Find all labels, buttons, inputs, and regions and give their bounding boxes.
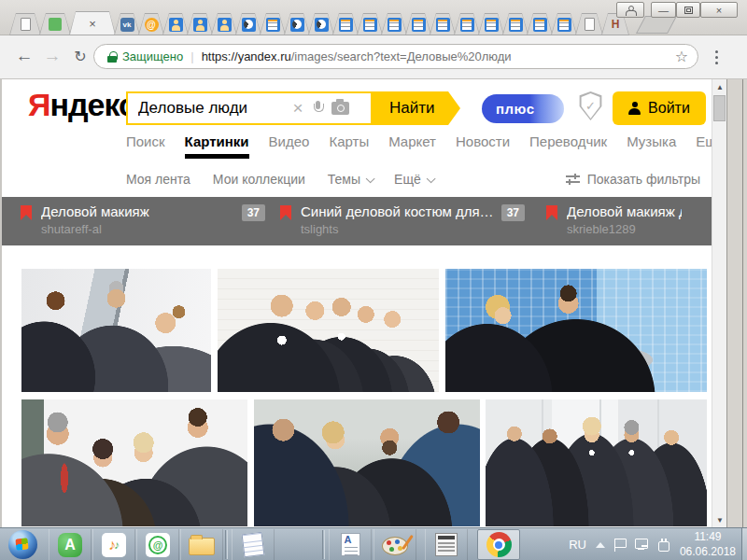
tab-globe[interactable] [284, 13, 310, 35]
subnav-Моя лента[interactable]: Моя лента [126, 172, 190, 187]
clock[interactable]: 11:49 06.06.2018 [680, 530, 743, 559]
news-reader-taskbar-button[interactable] [425, 529, 468, 560]
tab-Карты[interactable]: Карты [329, 133, 369, 159]
page-scrollbar[interactable]: ▲ ▼ [712, 79, 726, 527]
network-icon[interactable] [635, 539, 649, 551]
tab-news[interactable] [260, 13, 286, 35]
image-search-icon[interactable] [331, 102, 349, 115]
address-bar[interactable]: Защищено | https://yandex.ru/images/sear… [93, 44, 698, 69]
bookmark-star-icon[interactable]: ☆ [675, 48, 688, 65]
collections-strip: Деловой макияжshutareff-al37Синий делово… [2, 197, 712, 245]
tab-page[interactable] [9, 13, 41, 35]
scroll-up-arrow[interactable]: ▲ [712, 79, 727, 94]
tab-news[interactable] [357, 13, 383, 35]
subnav-Темы[interactable]: Темы [328, 172, 372, 187]
subnav-Ещё[interactable]: Ещё [394, 172, 432, 187]
show-filters-button[interactable]: Показать фильтры [566, 172, 700, 187]
tab-inner: × [70, 12, 115, 35]
tab-person[interactable] [187, 13, 213, 35]
hidden-icons-arrow[interactable] [596, 542, 605, 548]
forward-button[interactable]: → [39, 43, 65, 69]
notepad-taskbar-button[interactable] [232, 529, 275, 560]
protect-shield-icon[interactable]: ✓ [578, 91, 603, 120]
action-center-flag-icon[interactable] [614, 539, 626, 552]
tab-news[interactable] [332, 13, 359, 35]
tab-Видео[interactable]: Видео [269, 133, 310, 159]
reload-button[interactable]: ↻ [67, 43, 93, 69]
url-host: https://yandex.ru [202, 49, 291, 63]
back-button[interactable]: ← [11, 43, 37, 69]
tab-person[interactable] [162, 13, 189, 35]
explorer-taskbar-button[interactable] [180, 529, 223, 560]
tab-mailru[interactable]: @ [138, 13, 164, 35]
image-result[interactable] [21, 399, 247, 526]
tab-green[interactable] [39, 13, 71, 35]
yandex-logo[interactable]: Яндекс [28, 87, 135, 123]
tab-Переводчик[interactable]: Переводчик [529, 133, 607, 159]
tab-news[interactable] [551, 13, 577, 35]
subnav-Мои коллекции[interactable]: Мои коллекции [213, 172, 305, 187]
tab-person[interactable] [211, 13, 237, 35]
tab-news[interactable] [381, 13, 407, 35]
tab-Маркет[interactable]: Маркет [388, 133, 436, 159]
tab-news[interactable] [405, 13, 431, 35]
tab-vk[interactable]: vk [114, 13, 140, 35]
tab-Новости[interactable]: Новости [456, 133, 510, 159]
scroll-down-arrow[interactable]: ▼ [712, 512, 727, 527]
tab-inner [261, 14, 285, 35]
tab-active[interactable]: × [69, 11, 116, 35]
maximize-button[interactable] [676, 2, 700, 18]
start-button[interactable] [7, 529, 38, 560]
new-tab-button[interactable] [636, 16, 677, 34]
tab-globe[interactable] [235, 13, 261, 35]
tab-news[interactable] [430, 13, 456, 35]
image-result[interactable] [254, 399, 480, 526]
image-result[interactable] [445, 269, 707, 392]
tab-inner [406, 14, 430, 35]
clear-search-icon[interactable]: × [287, 98, 309, 119]
collection-author: skrieble1289 [567, 222, 636, 236]
power-plug-icon[interactable] [658, 539, 670, 551]
chrome-icon [486, 532, 512, 557]
tab-globe[interactable] [308, 13, 334, 35]
language-indicator[interactable]: RU [569, 538, 586, 552]
tab-news[interactable] [527, 13, 553, 35]
scrollbar-thumb[interactable] [713, 95, 726, 121]
minimize-button[interactable]: — [651, 2, 676, 18]
music-app-taskbar-button[interactable]: ♪♪ [92, 529, 135, 560]
collection-card[interactable]: Синий деловой костюм для…tslights37 [280, 203, 525, 241]
tab-news[interactable] [502, 13, 529, 35]
tab-Ещё[interactable]: Ещё [696, 133, 712, 159]
show-desktop-button[interactable] [741, 528, 747, 560]
tab-Поиск[interactable]: Поиск [126, 133, 165, 159]
login-button[interactable]: Войти [613, 91, 706, 125]
image-result[interactable] [486, 399, 707, 526]
voice-search-icon[interactable] [309, 101, 328, 116]
tab-news[interactable] [454, 13, 480, 35]
tab-Картинки[interactable]: Картинки [185, 133, 249, 159]
globe-favicon [290, 18, 304, 32]
page-favicon [585, 18, 595, 31]
tab-close-icon[interactable]: × [89, 18, 96, 30]
profile-button[interactable] [616, 2, 644, 18]
paint-taskbar-button[interactable] [374, 529, 416, 560]
chrome-taskbar-button[interactable] [477, 529, 520, 560]
yandex-plus-button[interactable]: плюс [482, 94, 564, 123]
tab-page[interactable] [575, 13, 603, 35]
tab-news[interactable] [478, 13, 504, 35]
wordpad-taskbar-button[interactable] [329, 529, 372, 560]
search-button[interactable]: Найти [373, 91, 460, 125]
tab-Музыка[interactable]: Музыка [627, 133, 676, 159]
search-input[interactable] [128, 99, 287, 118]
app-a-taskbar-button[interactable]: A [49, 529, 92, 560]
mail-agent-taskbar-button[interactable]: @ [136, 529, 179, 560]
close-window-button[interactable]: × [700, 2, 738, 18]
browser-menu-button[interactable] [707, 47, 726, 67]
collection-card[interactable]: Деловой макияж для офskrieble1289 [546, 203, 712, 241]
collection-card[interactable]: Деловой макияжshutareff-al37 [21, 203, 265, 241]
image-result[interactable] [218, 269, 439, 392]
collection-title: Синий деловой костюм для… [301, 203, 495, 219]
system-tray: RU 11:49 06.06.2018 [569, 528, 743, 560]
image-result[interactable] [21, 269, 211, 392]
notepad-icon [242, 532, 265, 557]
